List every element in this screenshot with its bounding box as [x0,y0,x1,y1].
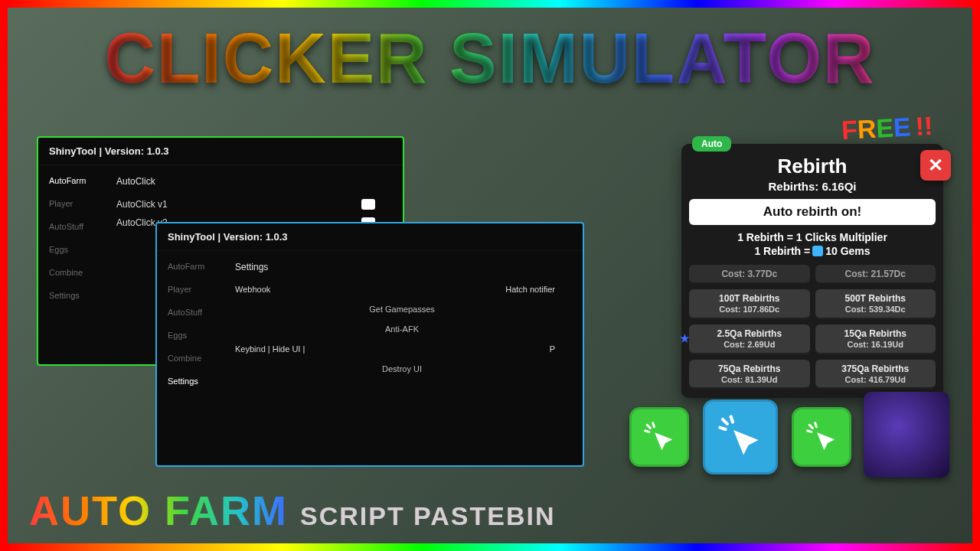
svg-line-1 [645,431,649,432]
nav-settings[interactable]: Settings [168,377,223,386]
rebirth-option[interactable]: 375Qa RebirthsCost: 416.79Ud [815,360,936,390]
click-action-button[interactable] [792,407,851,467]
rebirth-option-starred[interactable]: 2.5Qa RebirthsCost: 2.69Ud [689,324,810,354]
side-thumbnail [864,392,949,478]
cursor-click-icon [718,415,762,458]
nav-eggs[interactable]: Eggs [168,331,223,340]
side-nav: AutoFarm Player AutoStuff Eggs Combine S… [38,165,109,363]
svg-line-2 [647,425,650,428]
rebirth-option[interactable]: Cost: 3.77Dc [689,265,810,284]
nav-eggs[interactable]: Eggs [49,245,104,254]
nav-autostuff[interactable]: AutoStuff [49,222,104,231]
svg-line-8 [809,425,812,428]
cursor-click-icon [644,422,675,452]
hatch-notifier-label[interactable]: Hatch notifier [505,285,555,294]
panel-title: ShinyTool | Version: 1.0.3 [157,223,583,251]
webhook-label: Webhook [235,285,270,294]
nav-player[interactable]: Player [168,285,223,294]
rebirth-dialog: Auto ✕ Rebirth Rebirths: 6.16Qi Auto reb… [681,144,943,398]
nav-autofarm[interactable]: AutoFarm [49,176,104,185]
close-button[interactable]: ✕ [920,150,951,181]
rebirth-option[interactable]: Cost: 21.57Dc [815,265,936,284]
svg-line-6 [815,423,817,427]
section-heading: AutoClick [116,176,389,187]
svg-line-0 [653,423,655,427]
side-nav: AutoFarm Player AutoStuff Eggs Combine S… [157,251,227,464]
click-icons-row [629,399,851,474]
page-title: CLICKER SIMULATOR [105,18,876,99]
checkbox-icon[interactable] [361,199,375,210]
nav-autofarm[interactable]: AutoFarm [168,262,223,271]
rebirth-option[interactable]: 100T RebirthsCost: 107.86Dc [689,289,810,319]
rebirth-option[interactable]: 500T RebirthsCost: 539.34Dc [815,289,936,319]
rebirth-option[interactable]: 15Qa RebirthsCost: 16.19Ud [815,324,936,354]
svg-line-3 [731,417,733,422]
caption-main: AUTO FARM [29,487,288,534]
section-heading: Settings [235,262,569,272]
keybind-label: Keybind | Hide UI | [235,344,305,354]
auto-tag: Auto [692,136,731,152]
panel-title: ShinyTool | Version: 1.0.3 [38,138,403,165]
nav-combine[interactable]: Combine [168,354,223,363]
rebirth-options-grid: Cost: 3.77Dc Cost: 21.57Dc 100T Rebirths… [689,265,936,389]
option-autoclick-v1: AutoClick v1 [116,199,389,210]
svg-line-5 [723,419,727,424]
nav-autostuff[interactable]: AutoStuff [168,308,223,317]
free-badge: FREE!! [841,111,933,145]
rebirth-option[interactable]: 75Qa RebirthsCost: 81.39Ud [689,360,810,390]
nav-combine[interactable]: Combine [49,268,104,277]
info-line-1: 1 Rebirth = 1 Clicks Multiplier [689,231,936,243]
nav-settings[interactable]: Settings [49,291,104,300]
auto-rebirth-status[interactable]: Auto rebirth on! [689,199,936,225]
anti-afk-button[interactable]: Anti-AFK [235,324,569,334]
svg-line-4 [720,428,726,429]
rebirth-title: Rebirth [689,155,936,178]
option-label: AutoClick v1 [116,199,168,210]
click-action-button-main[interactable] [703,399,778,474]
caption-sub: SCRIPT PASTEBIN [300,501,556,531]
get-gamepasses-button[interactable]: Get Gamepasses [235,305,569,314]
nav-player[interactable]: Player [49,199,104,208]
bottom-caption: AUTO FARM SCRIPT PASTEBIN [29,487,556,534]
destroy-ui-button[interactable]: Destroy UI [235,364,569,373]
cursor-click-icon [806,422,837,452]
shinytool-panel-settings: ShinyTool | Version: 1.0.3 AutoFarm Play… [155,222,584,467]
svg-line-7 [808,431,812,432]
click-action-button[interactable] [629,407,689,467]
close-icon: ✕ [928,155,943,176]
info-line-2: 1 Rebirth =10 Gems [689,245,936,257]
gem-icon [812,246,823,256]
rebirth-count: Rebirths: 6.16Qi [689,180,936,193]
keybind-value[interactable]: P [550,344,555,354]
